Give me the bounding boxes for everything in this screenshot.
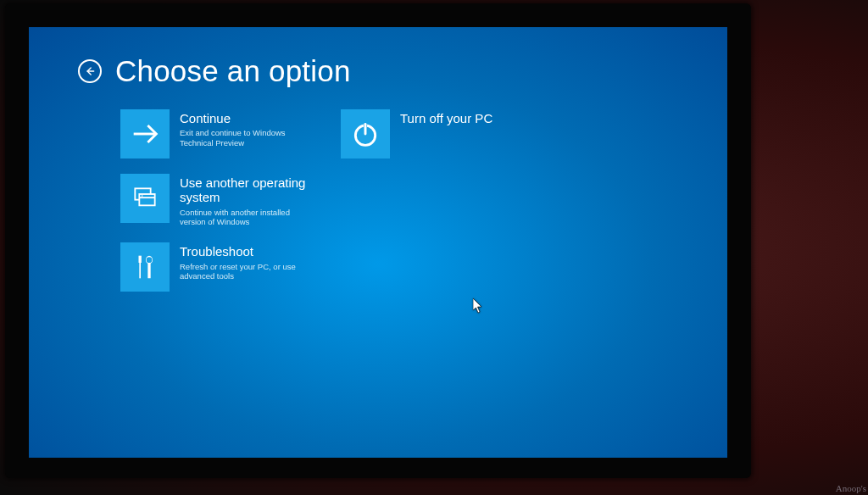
- windows-switch-icon: [120, 174, 170, 223]
- option-continue-text: Continue Exit and continue to Windows Te…: [180, 109, 315, 148]
- option-turn-off-text: Turn off your PC: [400, 109, 492, 128]
- option-troubleshoot[interactable]: Troubleshoot Refresh or reset your PC, o…: [120, 242, 315, 292]
- option-use-another-os-desc: Continue with another installed version …: [180, 208, 315, 228]
- option-troubleshoot-title: Troubleshoot: [180, 244, 315, 259]
- option-turn-off[interactable]: Turn off your PC: [341, 109, 536, 159]
- grid-spacer: [341, 174, 536, 227]
- option-continue-desc: Exit and continue to Windows Technical P…: [180, 128, 315, 148]
- tools-icon: [120, 242, 170, 292]
- svg-rect-10: [139, 263, 141, 278]
- photo-background: Choose an option Continue Exit and conti…: [0, 0, 868, 495]
- option-troubleshoot-text: Troubleshoot Refresh or reset your PC, o…: [180, 242, 315, 281]
- option-use-another-os-title: Use another operating system: [180, 175, 315, 205]
- page-title: Choose an option: [115, 56, 351, 86]
- option-continue-title: Continue: [180, 111, 315, 125]
- mouse-cursor: [473, 298, 483, 314]
- header-row: Choose an option: [78, 56, 727, 86]
- laptop-bezel: Choose an option Continue Exit and conti…: [5, 3, 751, 478]
- back-button[interactable]: [78, 59, 102, 83]
- recovery-screen: Choose an option Continue Exit and conti…: [29, 27, 727, 458]
- power-icon: [341, 109, 390, 159]
- options-grid: Continue Exit and continue to Windows Te…: [120, 109, 727, 292]
- option-continue[interactable]: Continue Exit and continue to Windows Te…: [120, 109, 315, 159]
- option-turn-off-title: Turn off your PC: [400, 111, 492, 125]
- svg-point-11: [147, 259, 151, 262]
- continue-icon: [120, 109, 170, 159]
- option-use-another-os[interactable]: Use another operating system Continue wi…: [120, 174, 315, 227]
- option-troubleshoot-desc: Refresh or reset your PC, or use advance…: [180, 262, 315, 282]
- svg-point-8: [142, 195, 143, 197]
- option-use-another-os-text: Use another operating system Continue wi…: [180, 174, 315, 227]
- back-arrow-icon: [84, 65, 96, 77]
- watermark-text: Anoop's: [836, 483, 866, 493]
- svg-rect-9: [139, 256, 142, 263]
